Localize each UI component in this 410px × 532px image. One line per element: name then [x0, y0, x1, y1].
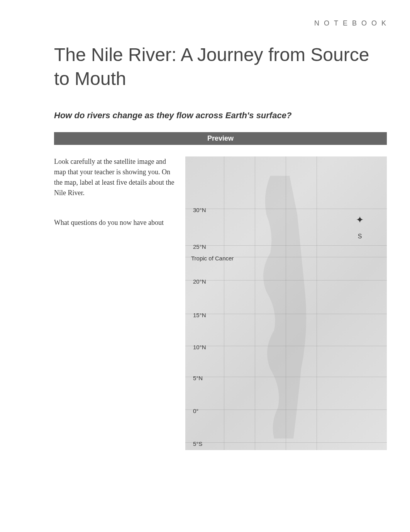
latitude-30n: 30°N: [193, 207, 206, 213]
compass-south-label: S: [352, 233, 368, 240]
content-area: Look carefully at the satellite image an…: [54, 156, 387, 450]
page-title: The Nile River: A Journey from Source to…: [54, 43, 387, 91]
instruction-paragraph-1: Look carefully at the satellite image an…: [54, 156, 178, 198]
latitude-25n: 25°N: [193, 243, 206, 250]
compass-icon: ✦: [352, 214, 368, 225]
latitude-15n: 15°N: [193, 312, 206, 318]
essential-question: How do rivers change as they flow across…: [54, 110, 387, 121]
latitude-5n: 5°N: [193, 375, 203, 381]
map-grid: [185, 156, 387, 450]
preview-section-header: Preview: [54, 132, 387, 145]
latitude-0: 0°: [193, 408, 198, 414]
nile-map-container: 30°N 25°N Tropic of Cancer 20°N 15°N 10°…: [185, 156, 387, 450]
latitude-5s: 5°S: [193, 440, 202, 447]
left-text-column: Look carefully at the satellite image an…: [54, 156, 178, 450]
tropic-of-cancer-label: Tropic of Cancer: [191, 255, 234, 262]
latitude-20n: 20°N: [193, 278, 206, 285]
compass-rose: ✦ S: [352, 214, 368, 230]
instruction-paragraph-2: What questions do you now have about: [54, 218, 178, 228]
notebook-header-label: NOTEBOOK: [23, 19, 391, 27]
latitude-10n: 10°N: [193, 344, 206, 350]
